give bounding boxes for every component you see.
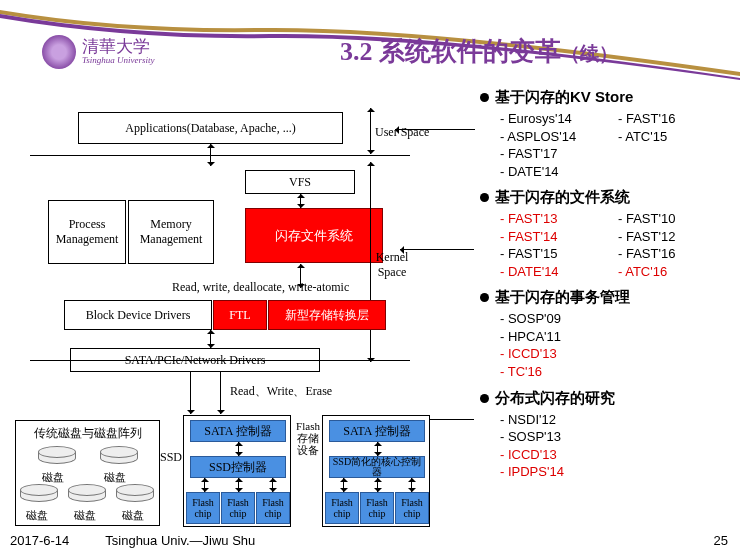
bullet-dot-icon: [480, 394, 489, 403]
pub-item: - FAST'10: [618, 210, 730, 228]
pub-item: - FAST'16: [618, 245, 730, 263]
pub-item: - ATC'15: [618, 128, 730, 146]
slide-footer: 2017-6-14 Tsinghua Univ.—Jiwu Shu 25: [10, 533, 728, 548]
brace-user-space: [370, 108, 371, 154]
disk-label: 磁盘: [42, 470, 64, 485]
section-head-text: 基于闪存的事务管理: [495, 288, 630, 307]
trad-title: 传统磁盘与磁盘阵列: [20, 425, 155, 442]
pub-list: - Eurosys'14- FAST'16- ASPLOS'14- ATC'15…: [480, 110, 730, 180]
architecture-diagram: User Space Applications(Database, Apache…: [20, 100, 450, 530]
disk-label: 磁盘: [104, 470, 126, 485]
footer-date: 2017-6-14: [10, 533, 69, 548]
arrow-ssd-internal: [238, 442, 239, 456]
label-flash-dev: Flash 存储 设备: [293, 420, 323, 456]
pub-item: - TC'16: [500, 363, 730, 381]
bullet-dot-icon: [480, 193, 489, 202]
pub-item: [618, 145, 730, 163]
pub-item: - DATE'14: [500, 263, 612, 281]
section-head: 基于闪存的KV Store: [480, 88, 730, 107]
pub-item: - ATC'16: [618, 263, 730, 281]
disk-icon: [38, 446, 76, 468]
bullet-dot-icon: [480, 93, 489, 102]
pub-item: - ICCD'13: [500, 446, 730, 464]
pub-item: - IPDPS'14: [500, 463, 730, 481]
disk-label: 磁盘: [74, 508, 96, 523]
pub-item: [618, 163, 730, 181]
section-head-text: 基于闪存的KV Store: [495, 88, 633, 107]
disk-label: 磁盘: [122, 508, 144, 523]
box-proc-mgmt: Process Management: [48, 200, 126, 264]
pub-list: - FAST'13- FAST'10- FAST'14- FAST'12- FA…: [480, 210, 730, 280]
pub-item: - ASPLOS'14: [500, 128, 612, 146]
arrow-fd-chip3: [411, 478, 412, 492]
footer-page: 25: [714, 533, 728, 548]
pub-list: - NSDI'12- SOSP'13- ICCD'13- IPDPS'14: [480, 411, 730, 481]
label-rw-dealloc: Read, write, deallocate, write-atomic: [172, 280, 349, 295]
section-head: 分布式闪存的研究: [480, 389, 730, 408]
pub-item: - Eurosys'14: [500, 110, 612, 128]
pub-item: - FAST'15: [500, 245, 612, 263]
pub-item: - SOSP'13: [500, 428, 730, 446]
pub-item: - ICCD'13: [500, 345, 730, 363]
section-head: 基于闪存的事务管理: [480, 288, 730, 307]
box-flash-chip: Flash chip: [360, 492, 394, 524]
footer-source: Tsinghua Univ.—Jiwu Shu: [105, 533, 255, 548]
box-flash-chip: Flash chip: [395, 492, 429, 524]
arrow-fd-internal: [377, 442, 378, 456]
bullet-column: 基于闪存的KV Store- Eurosys'14- FAST'16- ASPL…: [480, 88, 730, 489]
arrow-vfs-fs: [300, 194, 301, 208]
box-mem-mgmt: Memory Management: [128, 200, 214, 264]
bullet-dot-icon: [480, 293, 489, 302]
box-bdd: Block Device Drivers: [64, 300, 212, 330]
pub-item: - FAST'13: [500, 210, 612, 228]
disk-icon: [20, 484, 58, 506]
box-flash-chip: Flash chip: [221, 492, 255, 524]
disk-icon: [68, 484, 106, 506]
title-cont: （续）: [561, 43, 618, 64]
box-traditional-disks: 传统磁盘与磁盘阵列 磁盘 磁盘 磁盘 磁盘 磁盘: [15, 420, 160, 526]
box-flash-chip: Flash chip: [325, 492, 359, 524]
arrow-bdd-sata: [210, 330, 211, 348]
divider-kernelspace: [30, 360, 410, 361]
pub-item: - SOSP'09: [500, 310, 730, 328]
slide-title: 3.2 系统软件的变革（续）: [340, 34, 618, 69]
pub-item: - FAST'17: [500, 145, 612, 163]
box-flash-chip: Flash chip: [186, 492, 220, 524]
divider-userspace: [30, 155, 410, 156]
arrow-ssd-chip1: [204, 478, 205, 492]
arrow-ssd-chip2: [238, 478, 239, 492]
arrow-drv-mid: [220, 372, 221, 414]
box-flash-fs: 闪存文件系统: [245, 208, 383, 263]
disk-icon: [100, 446, 138, 468]
pub-item: - FAST'12: [618, 228, 730, 246]
section-head-text: 分布式闪存的研究: [495, 389, 615, 408]
logo-seal-icon: [42, 35, 76, 69]
bullet-section: 基于闪存的文件系统- FAST'13- FAST'10- FAST'14- FA…: [480, 188, 730, 280]
pub-item: - HPCA'11: [500, 328, 730, 346]
logo-en: Tsinghua University: [82, 55, 154, 66]
box-ftl: FTL: [213, 300, 267, 330]
bullet-section: 基于闪存的事务管理- SOSP'09- HPCA'11- ICCD'13- TC…: [480, 288, 730, 380]
pub-item: - DATE'14: [500, 163, 612, 181]
label-ssd: SSD: [160, 450, 182, 465]
arrow-fd-chip2: [377, 478, 378, 492]
disk-icon: [116, 484, 154, 506]
arrow-ssd-chip3: [272, 478, 273, 492]
disk-label: 磁盘: [26, 508, 48, 523]
pub-item: - FAST'16: [618, 110, 730, 128]
section-head-text: 基于闪存的文件系统: [495, 188, 630, 207]
section-head: 基于闪存的文件系统: [480, 188, 730, 207]
label-rwe: Read、Write、Erase: [230, 383, 332, 400]
label-kernel-space: Kernel Space: [372, 250, 412, 280]
arrow-drv-left: [190, 372, 191, 414]
pub-item: - NSDI'12: [500, 411, 730, 429]
brace-kernel-space: [370, 162, 371, 362]
label-user-space: User Space: [375, 125, 429, 140]
arrow-fd-chip1: [343, 478, 344, 492]
box-ssd: SATA 控制器 SSD控制器 Flash chip Flash chip Fl…: [183, 415, 291, 527]
title-main: 3.2 系统软件的变革: [340, 37, 561, 66]
pub-item: - FAST'14: [500, 228, 612, 246]
bullet-section: 基于闪存的KV Store- Eurosys'14- FAST'16- ASPL…: [480, 88, 730, 180]
box-flash-chip: Flash chip: [256, 492, 290, 524]
box-newlayer: 新型存储转换层: [268, 300, 386, 330]
